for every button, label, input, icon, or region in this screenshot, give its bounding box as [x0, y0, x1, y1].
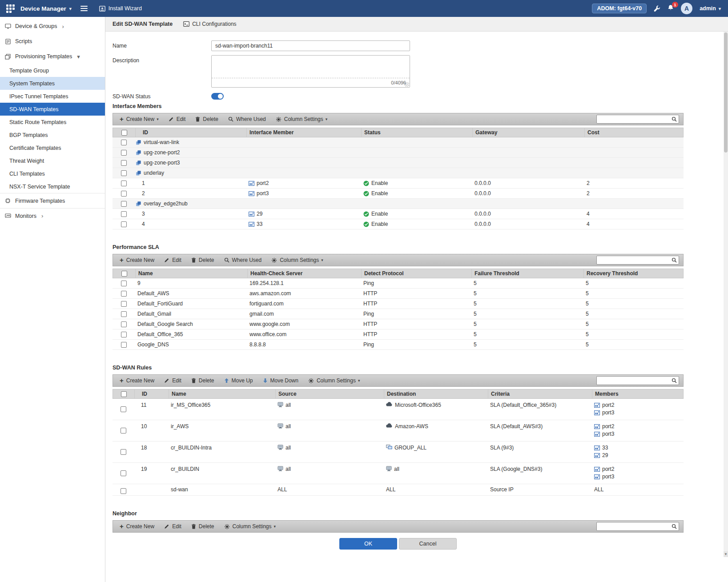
sidebar-item-static-route-templates[interactable]: Static Route Templates [0, 116, 105, 128]
sidebar-item-provisioning-templates[interactable]: Provisioning Templates ▾ [0, 49, 105, 64]
row-checkbox[interactable] [121, 301, 127, 307]
sidebar-item-threat-weight[interactable]: Threat Weight [0, 154, 105, 167]
sdwan-status-toggle[interactable] [211, 93, 224, 100]
create-new-button[interactable]: +Create New [115, 521, 159, 532]
notifications-bell-icon[interactable]: 1 [668, 4, 674, 12]
column-header-recovery-threshold[interactable]: Recovery Threshold [583, 269, 683, 278]
delete-button[interactable]: Delete [186, 254, 219, 266]
move-up-button[interactable]: Move Up [219, 375, 258, 386]
cancel-button[interactable]: Cancel [399, 538, 457, 550]
sdwan-rule-row[interactable]: 10ir_AWSallAmazon-AWSSLA (Default_AWS#3)… [113, 420, 684, 442]
sdwan-rule-row[interactable]: 18cr_BUILDIN-IntraallGROUP_ALLSLA (9#3)3… [113, 442, 684, 463]
sidebar-item-scripts[interactable]: Scripts [0, 34, 105, 49]
select-all-checkbox[interactable] [121, 391, 127, 397]
column-settings-button[interactable]: Column Settings▾ [219, 521, 281, 532]
create-new-button[interactable]: +Create New [115, 375, 159, 386]
search-icon[interactable] [672, 116, 677, 123]
column-header-destination[interactable]: Destination [384, 389, 488, 398]
interface-zone-row[interactable]: underlay [113, 168, 684, 178]
column-header-id[interactable]: ID [134, 389, 169, 398]
row-checkbox[interactable] [121, 342, 127, 348]
user-avatar[interactable]: A [681, 3, 692, 14]
row-checkbox[interactable] [121, 181, 127, 186]
name-input[interactable] [211, 40, 410, 51]
row-checkbox[interactable] [121, 170, 127, 176]
install-wizard-button[interactable]: Install Wizard [99, 5, 142, 12]
edit-button[interactable]: Edit [159, 254, 186, 266]
edit-button[interactable]: Edit [164, 113, 191, 125]
performance-sla-search-input[interactable] [596, 256, 679, 265]
search-icon[interactable] [672, 378, 677, 385]
sidebar-item-bgp-templates[interactable]: BGP Templates [0, 128, 105, 141]
column-header-interface-member[interactable]: Interface Member [246, 128, 361, 137]
tools-wrench-icon[interactable] [654, 5, 660, 12]
row-checkbox[interactable] [121, 311, 127, 317]
sidebar-item-device-groups[interactable]: Device & Groups › [0, 19, 105, 34]
where-used-button[interactable]: Where Used [223, 113, 271, 125]
scrollbar-down-arrow[interactable]: ▼ [724, 551, 728, 557]
row-checkbox[interactable] [121, 321, 127, 327]
interface-zone-row[interactable]: upg-zone-port2 [113, 148, 684, 158]
row-checkbox[interactable] [121, 211, 127, 217]
vertical-scrollbar[interactable]: ▼ [724, 32, 728, 557]
user-menu[interactable]: admin ▾ [700, 5, 721, 12]
sdwan-rule-row[interactable]: 19cr_BUILDINallallSLA (Google_DNS#3)port… [113, 463, 684, 484]
performance-sla-row[interactable]: 9169.254.128.1Ping55 [113, 278, 684, 289]
column-settings-button[interactable]: Column Settings▾ [303, 375, 365, 386]
performance-sla-row[interactable]: Default_Google Searchwww.google.comHTTP5… [113, 319, 684, 329]
interface-zone-row[interactable]: virtual-wan-link [113, 137, 684, 148]
resize-handle[interactable] [405, 82, 409, 87]
sidebar-item-sdwan-templates[interactable]: SD-WAN Templates [0, 103, 105, 116]
scrollbar-thumb[interactable] [724, 32, 728, 153]
sdwan-rule-row[interactable]: sd-wanALLALLSource IPALL [113, 484, 684, 496]
interface-member-row[interactable]: 433Enable0.0.0.04 [113, 219, 684, 229]
app-title-dropdown[interactable]: Device Manager ▾ [20, 5, 72, 12]
delete-button[interactable]: Delete [190, 113, 223, 125]
performance-sla-row[interactable]: Google_DNS8.8.8.8Ping55 [113, 340, 684, 350]
cli-configurations-link[interactable]: CLI Configurations [183, 21, 236, 27]
sidebar-item-firmware-templates[interactable]: Firmware Templates [0, 193, 105, 208]
performance-sla-row[interactable]: Default_FortiGuardfortiguard.comHTTP55 [113, 299, 684, 309]
interface-member-row[interactable]: 1port2Enable0.0.0.02 [113, 178, 684, 189]
row-checkbox[interactable] [121, 191, 127, 197]
edit-button[interactable]: Edit [159, 521, 186, 532]
row-checkbox[interactable] [121, 281, 127, 286]
sidebar-item-template-group[interactable]: Template Group [0, 64, 105, 77]
column-header-detect-protocol[interactable]: Detect Protocol [361, 269, 471, 278]
hamburger-menu-icon[interactable] [79, 3, 89, 14]
delete-button[interactable]: Delete [186, 375, 219, 386]
adom-badge[interactable]: ADOM: fgt64-v70 [592, 4, 647, 13]
column-header-members[interactable]: Members [592, 389, 683, 398]
row-checkbox[interactable] [121, 291, 127, 297]
column-header-criteria[interactable]: Criteria [488, 389, 592, 398]
interface-member-row[interactable]: 329Enable0.0.0.04 [113, 209, 684, 219]
row-checkbox[interactable] [121, 488, 126, 494]
row-checkbox[interactable] [121, 140, 127, 145]
row-checkbox[interactable] [121, 160, 127, 166]
app-logo[interactable] [0, 4, 20, 13]
sdwan-rules-search-input[interactable] [596, 376, 679, 385]
column-header-id[interactable]: ID [135, 128, 246, 137]
where-used-button[interactable]: Where Used [219, 254, 267, 266]
select-all-checkbox[interactable] [121, 130, 127, 136]
performance-sla-row[interactable]: Default_Office_365www.office.comHTTP55 [113, 329, 684, 340]
sidebar-item-monitors[interactable]: Monitors › [0, 208, 105, 223]
interface-member-row[interactable]: 2port3Enable0.0.0.02 [113, 189, 684, 199]
column-header-status[interactable]: Status [361, 128, 472, 137]
interface-zone-row[interactable]: overlay_edge2hub [113, 199, 684, 209]
row-checkbox[interactable] [121, 221, 127, 227]
row-checkbox[interactable] [121, 201, 127, 207]
sidebar-item-certificate-templates[interactable]: Certificate Templates [0, 141, 105, 154]
column-header-name[interactable]: Name [169, 389, 275, 398]
performance-sla-row[interactable]: Default_Gmailgmail.comPing55 [113, 309, 684, 319]
row-checkbox[interactable] [121, 470, 126, 476]
sidebar-item-system-templates[interactable]: System Templates [0, 77, 105, 90]
interface-zone-row[interactable]: upg-zone-port3 [113, 158, 684, 168]
create-new-button[interactable]: +Create New [115, 254, 159, 266]
create-new-button[interactable]: +Create New▾ [115, 113, 164, 125]
ok-button[interactable]: OK [339, 538, 397, 550]
delete-button[interactable]: Delete [186, 521, 219, 532]
edit-button[interactable]: Edit [159, 375, 186, 386]
row-checkbox[interactable] [121, 449, 126, 455]
column-header-gateway[interactable]: Gateway [472, 128, 584, 137]
